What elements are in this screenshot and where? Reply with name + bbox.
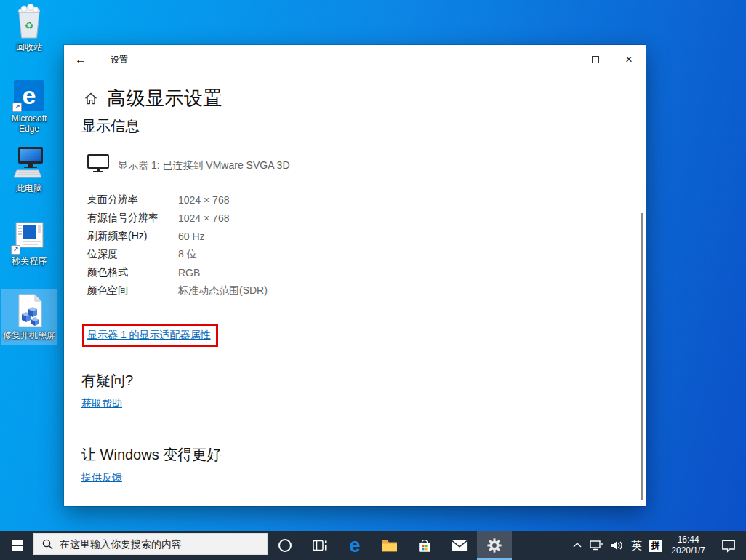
cortana-icon [278, 538, 292, 553]
section-heading-display-info: 显示信息 [81, 116, 140, 136]
minimize-button[interactable] [545, 45, 579, 74]
search-icon [42, 539, 53, 550]
hidden-icons-button[interactable] [569, 531, 586, 560]
taskbar: e [0, 531, 746, 560]
desktop-icon-label: 修复开机黑屏 [3, 330, 55, 340]
clock[interactable]: 16:44 2020/1/7 [665, 535, 711, 556]
file-explorer-icon [382, 539, 398, 552]
desktop-icon-label: 回收站 [16, 42, 42, 52]
chevron-up-icon [572, 541, 582, 550]
store-icon [417, 537, 433, 553]
svg-text:♻: ♻ [25, 20, 34, 31]
task-view-button[interactable] [302, 531, 337, 560]
window-title: 设置 [111, 54, 128, 66]
feedback-heading: 让 Windows 变得更好 [81, 445, 221, 465]
give-feedback-link[interactable]: 提供反馈 [81, 471, 122, 483]
help-heading: 有疑问? [81, 371, 133, 391]
close-button[interactable]: × [612, 45, 646, 74]
scrollbar[interactable] [641, 213, 643, 500]
gear-icon [486, 537, 502, 553]
taskbar-search[interactable] [33, 533, 268, 555]
file-explorer-button[interactable] [372, 531, 407, 560]
desktop-icon-label-line1: Microsoft [12, 113, 47, 124]
table-row: 桌面分辨率 1024 × 768 [87, 191, 393, 209]
action-center-button[interactable] [711, 531, 746, 560]
desktop-icon-edge[interactable]: e ↗ Microsoft Edge [1, 76, 57, 134]
desktop-icon-app[interactable]: ↗ 秒关程序 [1, 218, 57, 266]
edge-taskbar-button[interactable]: e [337, 531, 372, 560]
titlebar: ← 设置 × [64, 45, 646, 74]
ime-mode-button[interactable]: 拼 [646, 531, 665, 560]
windows-logo-icon [12, 540, 23, 551]
cortana-button[interactable] [268, 531, 302, 560]
red-highlight-box: 显示器 1 的显示适配器属性 [82, 324, 218, 347]
shortcut-arrow-icon: ↗ [11, 245, 20, 255]
get-help-link[interactable]: 获取帮助 [81, 397, 122, 409]
display-properties-table: 桌面分辨率 1024 × 768 有源信号分辨率 1024 × 768 刷新频率… [87, 191, 393, 300]
table-row: 位深度 8 位 [87, 245, 393, 263]
search-input[interactable] [60, 538, 249, 550]
volume-tray-button[interactable] [607, 531, 627, 560]
this-pc-icon [12, 145, 46, 180]
ime-icon: 拼 [649, 540, 662, 552]
mail-button[interactable] [442, 531, 477, 560]
desktop-icon-registry-fix[interactable]: 修复开机黑屏 [1, 289, 57, 345]
monitor-icon [87, 154, 109, 173]
display-adapter-properties-link[interactable]: 显示器 1 的显示适配器属性 [87, 329, 211, 340]
table-row: 有源信号分辨率 1024 × 768 [87, 209, 393, 227]
network-icon [590, 540, 603, 551]
start-button[interactable] [0, 531, 33, 560]
desktop-icon-label: 此电脑 [16, 183, 42, 193]
desktop-icon-recycle-bin[interactable]: ♻ 回收站 [1, 4, 57, 52]
network-tray-button[interactable] [586, 531, 607, 560]
desktop-icon-label-line2: Edge [19, 124, 39, 134]
store-button[interactable] [407, 531, 442, 560]
recycle-bin-icon: ♻ [15, 4, 44, 39]
settings-taskbar-button[interactable] [477, 531, 512, 560]
edge-icon: e ↗ [14, 76, 44, 111]
action-center-icon [721, 539, 736, 553]
registry-file-icon [15, 292, 44, 327]
settings-window: ← 设置 × 高级显示设置 显示信息 显示器 1: 已连接到 VMware SV… [64, 45, 646, 506]
maximize-button[interactable] [579, 45, 612, 74]
page-title: 高级显示设置 [107, 86, 222, 111]
speaker-icon [611, 540, 624, 551]
back-arrow-icon: ← [75, 53, 87, 66]
desktop-icon-label: 秒关程序 [12, 256, 47, 266]
table-row: 颜色空间 标准动态范围(SDR) [87, 281, 393, 300]
desktop-icon-this-pc[interactable]: 此电脑 [1, 145, 57, 193]
edge-icon: e [349, 536, 360, 556]
close-icon: × [625, 56, 633, 63]
shortcut-arrow-icon: ↗ [12, 103, 22, 112]
app-window-icon: ↗ [12, 218, 46, 253]
table-row: 刷新频率(Hz) 60 Hz [87, 227, 393, 245]
task-view-icon [313, 538, 328, 553]
language-indicator[interactable]: 英 [627, 531, 646, 560]
table-row: 颜色格式 RGB [87, 263, 393, 281]
minimize-icon [558, 60, 566, 60]
mail-icon [452, 539, 468, 552]
clock-time: 16:44 [671, 535, 705, 545]
maximize-icon [592, 56, 599, 63]
clock-date: 2020/1/7 [671, 545, 705, 556]
monitor-status: 显示器 1: 已连接到 VMware SVGA 3D [118, 159, 290, 173]
home-icon[interactable] [84, 92, 98, 106]
back-button[interactable]: ← [64, 45, 97, 74]
